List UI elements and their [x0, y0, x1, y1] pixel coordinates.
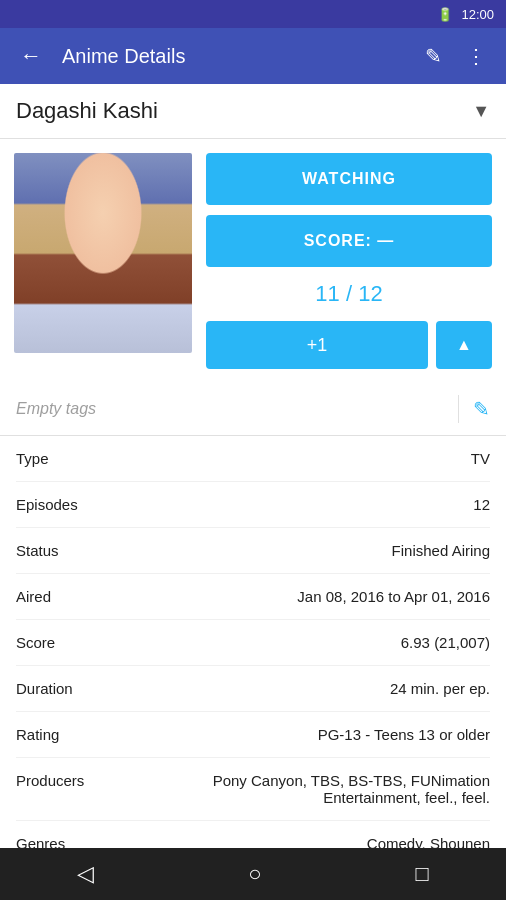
table-row: ProducersPony Canyon, TBS, BS-TBS, FUNim…: [16, 758, 490, 821]
table-row: GenresComedy, Shounen: [16, 821, 490, 848]
detail-label: Rating: [16, 726, 106, 743]
chevron-down-icon: ▼: [472, 101, 490, 122]
detail-label: Producers: [16, 772, 106, 789]
status-time: 12:00: [461, 7, 494, 22]
triangle-button[interactable]: ▲: [436, 321, 492, 369]
divider: [458, 395, 459, 423]
detail-value: Jan 08, 2016 to Apr 01, 2016: [106, 588, 490, 605]
table-row: RatingPG-13 - Teens 13 or older: [16, 712, 490, 758]
episode-progress: 11 / 12: [206, 277, 492, 311]
detail-label: Episodes: [16, 496, 106, 513]
anime-selector[interactable]: Dagashi Kashi ▼: [0, 84, 506, 139]
table-row: AiredJan 08, 2016 to Apr 01, 2016: [16, 574, 490, 620]
tags-placeholder: Empty tags: [16, 400, 458, 418]
app-bar-title: Anime Details: [62, 45, 405, 68]
nav-back-icon[interactable]: ◁: [57, 853, 114, 895]
nav-bar: ◁ ○ □: [0, 848, 506, 900]
detail-label: Duration: [16, 680, 106, 697]
detail-value: 24 min. per ep.: [106, 680, 490, 697]
detail-value: TV: [106, 450, 490, 467]
table-row: TypeTV: [16, 436, 490, 482]
detail-value: Finished Airing: [106, 542, 490, 559]
table-row: Duration24 min. per ep.: [16, 666, 490, 712]
cover-pixel-art: [14, 153, 192, 353]
app-bar-actions: ✎ ⋮: [421, 40, 490, 72]
table-row: StatusFinished Airing: [16, 528, 490, 574]
app-bar: ← Anime Details ✎ ⋮: [0, 28, 506, 84]
detail-value: Comedy, Shounen: [106, 835, 490, 848]
detail-value: 12: [106, 496, 490, 513]
detail-value: PG-13 - Teens 13 or older: [106, 726, 490, 743]
detail-label: Genres: [16, 835, 106, 848]
detail-label: Status: [16, 542, 106, 559]
episode-buttons: +1 ▲: [206, 321, 492, 369]
more-options-icon[interactable]: ⋮: [462, 40, 490, 72]
tags-row: Empty tags ✎: [0, 383, 506, 436]
nav-home-icon[interactable]: ○: [228, 853, 281, 895]
tags-edit-icon[interactable]: ✎: [473, 397, 490, 421]
table-row: Episodes12: [16, 482, 490, 528]
anime-cover-image: [14, 153, 192, 353]
battery-icon: 🔋: [437, 7, 453, 22]
plus-one-button[interactable]: +1: [206, 321, 428, 369]
edit-icon[interactable]: ✎: [421, 40, 446, 72]
watching-button[interactable]: WATCHING: [206, 153, 492, 205]
detail-value: 6.93 (21,007): [106, 634, 490, 651]
table-row: Score6.93 (21,007): [16, 620, 490, 666]
detail-label: Type: [16, 450, 106, 467]
score-button[interactable]: SCORE: —: [206, 215, 492, 267]
detail-value: Pony Canyon, TBS, BS-TBS, FUNimation Ent…: [106, 772, 490, 806]
main-info-section: WATCHING SCORE: — 11 / 12 +1 ▲: [0, 139, 506, 369]
detail-label: Aired: [16, 588, 106, 605]
status-bar: 🔋 12:00: [0, 0, 506, 28]
action-buttons-col: WATCHING SCORE: — 11 / 12 +1 ▲: [206, 153, 492, 369]
back-button[interactable]: ←: [16, 39, 46, 73]
detail-label: Score: [16, 634, 106, 651]
nav-recents-icon[interactable]: □: [396, 853, 449, 895]
details-table: TypeTVEpisodes12StatusFinished AiringAir…: [0, 436, 506, 848]
anime-title: Dagashi Kashi: [16, 98, 158, 124]
content-area: Dagashi Kashi ▼ WATCHING SCORE: — 11 / 1…: [0, 84, 506, 848]
